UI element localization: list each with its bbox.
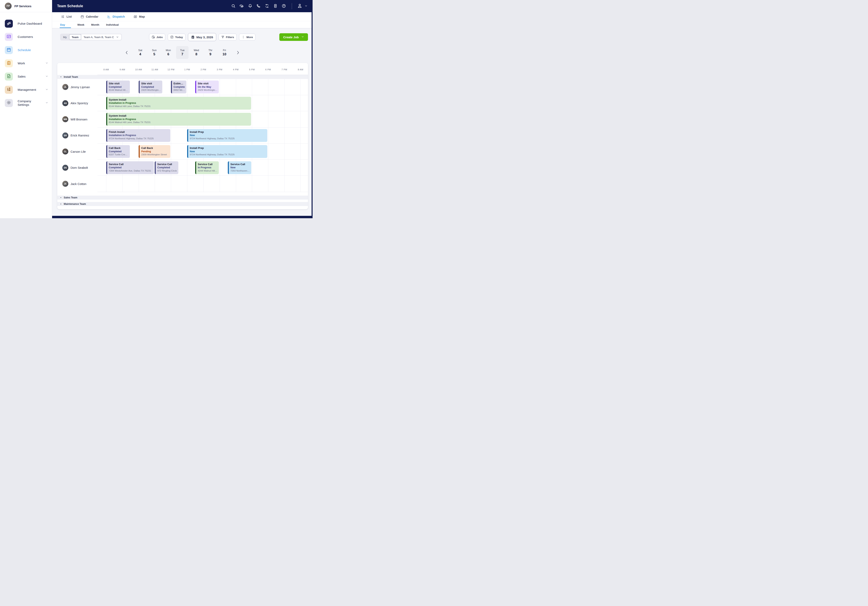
next-day-button[interactable]: [236, 51, 240, 55]
grid-hour-line: [284, 95, 285, 111]
range-tab-day[interactable]: Day: [60, 21, 71, 28]
clipboard-tile: [5, 59, 13, 67]
may-3-2026-button[interactable]: May 3, 2026: [188, 33, 216, 41]
range-tab-week[interactable]: Week: [77, 21, 85, 28]
time-axis-label: 11 AM: [152, 68, 158, 71]
phone-button[interactable]: [256, 3, 261, 9]
job-card-finish-install[interactable]: Finish InstallInstallation in Progress97…: [106, 129, 170, 142]
job-title: Estim…: [174, 82, 185, 85]
company-name: FP Services: [14, 5, 31, 8]
job-card-service-call[interactable]: Service CallIn Progress4244 Walnut Hill…: [195, 161, 219, 174]
technician-cell[interactable]: CLCarson Lile: [57, 144, 98, 160]
sidebar-item-customers[interactable]: Customers: [0, 30, 52, 43]
sidebar-item-label: Sales: [18, 75, 26, 78]
technician-cell[interactable]: JLJimmy Lipman: [57, 79, 98, 95]
day-of-week-label: Fri: [223, 49, 226, 52]
search-button[interactable]: [231, 3, 236, 9]
time-axis-label: 3 PM: [217, 68, 222, 71]
sidebar-item-work[interactable]: Work: [0, 57, 52, 70]
user-menu-button[interactable]: [298, 3, 308, 9]
technician-cell[interactable]: WBWill Bronsen: [57, 111, 98, 127]
grid-hour-line: [301, 176, 301, 192]
job-card-system-install[interactable]: System InstallInstallation in Progress81…: [106, 97, 251, 110]
triangle-right-icon: [60, 197, 62, 198]
truck-icon: [240, 4, 244, 9]
technician-cell[interactable]: ERErick Ramirez: [57, 127, 98, 144]
job-title: Call Back: [141, 146, 169, 150]
grid-hour-line: [187, 176, 188, 192]
sidebar-item-pulse-dashboard[interactable]: Pulse Dashboard: [0, 17, 52, 30]
sidebar-item-company-settings[interactable]: Company Settings: [0, 96, 52, 110]
sidebar-item-schedule[interactable]: Schedule: [0, 43, 52, 57]
org-chart-icon: [6, 87, 11, 92]
job-title: Service Call: [109, 163, 152, 166]
team-header-sales-team[interactable]: Sales Team: [57, 195, 308, 200]
job-card-call-back[interactable]: Call BackPending2309 Worthington Street: [139, 145, 170, 158]
sidebar-brand[interactable]: FP FP Services: [0, 0, 52, 12]
team-filter-value: Team A, Team B, Team C: [84, 36, 114, 39]
chevron-down-icon: [45, 101, 48, 105]
job-card-service-call[interactable]: Service CallNew7293 Northaven…: [228, 161, 251, 174]
tab-label: List: [67, 15, 72, 18]
technician-cell[interactable]: DSDom Seabolt: [57, 160, 98, 176]
range-tab-individual[interactable]: Individual: [106, 21, 119, 28]
tab-map[interactable]: Map: [134, 15, 145, 19]
user-icon: [298, 3, 302, 9]
tab-dispatch[interactable]: Dispatch: [107, 15, 125, 19]
today-button[interactable]: Today: [168, 34, 186, 40]
job-card-service-call[interactable]: Service CallCompleted7284 Westchester Av…: [106, 161, 154, 174]
notes-button[interactable]: [273, 3, 278, 9]
schedule-row-will-bronsen: WBWill BronsenSystem InstallInstallation…: [57, 111, 308, 127]
jobs-button[interactable]: Jobs: [149, 34, 166, 40]
team-toggle-button[interactable]: Team: [69, 34, 81, 40]
create-job-button[interactable]: Create Job: [279, 33, 308, 41]
job-card-estim[interactable]: Estim…Completed8492 Mc…: [171, 81, 186, 93]
time-axis-label: 9 AM: [119, 68, 125, 71]
calendar-icon: [6, 48, 11, 53]
sidebar-item-management[interactable]: Management: [0, 83, 52, 96]
sidebar-item-sales[interactable]: $Sales: [0, 70, 52, 83]
job-address: 8144 Walnut Hill Lane, Dallas TX 75231: [109, 105, 250, 108]
team-header-install-team[interactable]: Install Team: [57, 75, 308, 79]
job-card-install-prep[interactable]: Install PrepNew9724 Northwest Highway, D…: [187, 129, 267, 142]
technician-cell[interactable]: JCJack Cotton: [57, 176, 98, 192]
day-wed[interactable]: Wed8: [190, 46, 203, 59]
job-card-system-install[interactable]: System InstallInstallation in Progress81…: [106, 113, 251, 126]
truck-button[interactable]: [239, 3, 244, 9]
team-header-maintenance-team[interactable]: Maintenance Team: [57, 202, 308, 206]
sidebar: FP FP Services Pulse DashboardCustomersS…: [0, 0, 52, 218]
job-card-site-visit[interactable]: Site visitCompleted8144 Walnut Hil…: [106, 81, 130, 93]
schedule-panel: 8 AM9 AM10 AM11 AM12 PM1 PM2 PM3 PM4 PM5…: [57, 63, 308, 209]
day-sat[interactable]: Sat4: [134, 46, 146, 59]
day-mon[interactable]: Mon6: [162, 46, 175, 59]
tab-list[interactable]: List: [61, 15, 72, 19]
map-icon: [134, 15, 137, 19]
my-toggle-button[interactable]: My: [61, 36, 69, 39]
sync-button[interactable]: [265, 3, 270, 9]
day-of-week-label: Mon: [166, 49, 171, 52]
day-thr[interactable]: Thr9: [204, 46, 217, 59]
job-card-site-visit[interactable]: Site visitCompleted2429 Worthingto…: [139, 81, 162, 93]
more-button[interactable]: More: [239, 34, 256, 40]
grid-hour-line: [171, 144, 171, 160]
time-axis-label: 1 PM: [184, 68, 190, 71]
job-card-service-call[interactable]: Service CallCompleted472 Ringling Circle: [155, 161, 178, 174]
day-sun[interactable]: Sun5: [148, 46, 161, 59]
technician-cell[interactable]: ASAlex Spontzy: [57, 95, 98, 112]
job-address: 4244 Walnut Hill…: [198, 169, 217, 172]
help-button[interactable]: [281, 3, 286, 9]
tab-calendar[interactable]: Calendar: [81, 15, 98, 19]
tab-label: Map: [139, 15, 145, 18]
day-tue[interactable]: Tue7: [176, 46, 189, 59]
filters-button[interactable]: Filters: [219, 34, 237, 40]
team-filter-dropdown[interactable]: Team A, Team B, Team C: [81, 34, 121, 40]
day-fri[interactable]: Fri10: [218, 46, 231, 59]
bell-button[interactable]: [248, 3, 253, 9]
range-tab-month[interactable]: Month: [91, 21, 99, 28]
job-status: Installation in Progress: [109, 118, 250, 121]
previous-day-button[interactable]: [125, 51, 129, 55]
job-card-install-prep[interactable]: Install PrepNew9724 Northwest Highway, D…: [187, 145, 267, 158]
job-card-call-back[interactable]: Call BackCompleted6337 Turtle Cre…: [106, 145, 130, 158]
job-card-site-visit[interactable]: Site visitOn the Way2429 Worthingto…: [195, 81, 219, 93]
chevron-down-icon: [45, 62, 48, 65]
